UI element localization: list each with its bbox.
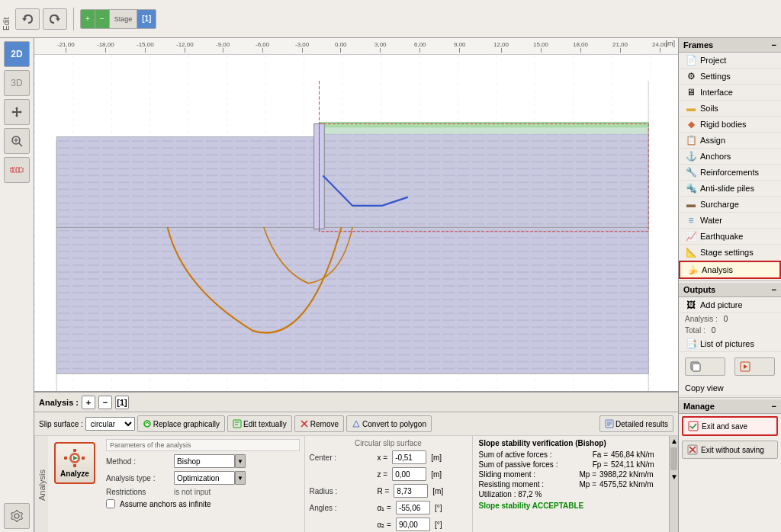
convert-polygon-button[interactable]: Convert to polygon: [346, 415, 432, 432]
view-3d-button[interactable]: 3D: [4, 70, 30, 96]
resisting-num: 4575,52 kNm/m: [599, 480, 672, 489]
analysis-type-input[interactable]: Optimization: [174, 471, 235, 485]
sidebar-item-settings[interactable]: ⚙ Settings: [679, 69, 781, 85]
slip-surface-label: Slip surface :: [39, 420, 83, 428]
z-label: z =: [378, 470, 388, 479]
r-input[interactable]: [394, 484, 428, 498]
list-pictures-icon: 📑: [685, 338, 697, 349]
ruler-top: [m] -21,00 -18,00 -15,00 -12,00 -9,00 -6…: [34, 38, 678, 55]
fa-value: Fa =: [593, 450, 608, 459]
method-arrow[interactable]: ▼: [235, 454, 246, 468]
circular-section-title: Circular slip surface: [310, 439, 468, 447]
exit-save-button[interactable]: Exit and save: [682, 416, 778, 436]
analysis-type-select[interactable]: Optimization ▼: [174, 471, 246, 485]
main-svg: [34, 55, 678, 391]
edit-textually-button[interactable]: Edit textually: [227, 415, 292, 432]
sidebar-item-rigid-bodies[interactable]: ◆ Rigid bodies: [679, 117, 781, 133]
assume-anchors-checkbox[interactable]: [106, 499, 115, 508]
stage-num-btn[interactable]: [1]: [137, 10, 156, 28]
method-input[interactable]: Bishop: [174, 454, 235, 468]
redo-button[interactable]: [43, 8, 67, 30]
ruler-tick: 24,00: [652, 41, 667, 53]
restrictions-value: is not input: [174, 488, 211, 496]
undo-button[interactable]: [15, 8, 40, 30]
sidebar-item-anti-slide[interactable]: 🔩 Anti-slide piles: [679, 181, 781, 197]
interface-icon: 🖥: [685, 87, 697, 98]
scroll-thumb[interactable]: [670, 447, 677, 470]
results-area: Slope stability verification (Bishop) Su…: [472, 436, 679, 532]
analysis-label: Analysis :: [39, 398, 79, 407]
x-input[interactable]: [392, 450, 426, 464]
copy-view-btn2[interactable]: [734, 357, 775, 376]
drawing-canvas[interactable]: [34, 55, 678, 391]
sidebar-item-project[interactable]: 📄 Project: [679, 53, 781, 69]
manage-minimize-btn[interactable]: −: [772, 402, 776, 411]
alpha1-unit: [°]: [435, 504, 442, 512]
r-label: R =: [378, 487, 390, 495]
svg-rect-41: [82, 457, 85, 460]
outputs-minimize-btn[interactable]: −: [772, 285, 776, 294]
remove-analysis-button[interactable]: −: [98, 396, 112, 409]
ruler-tick: -9,00: [216, 41, 230, 53]
ruler-tick: -18,00: [97, 41, 114, 53]
sidebar-item-anchors[interactable]: ⚓ Anchors: [679, 149, 781, 165]
slip-surface-select[interactable]: circular: [85, 417, 135, 431]
fa-num: 456,84 kN/m: [611, 450, 672, 459]
detailed-results-button[interactable]: Detailed results: [599, 415, 673, 432]
stage-minus-btn[interactable]: −: [95, 10, 110, 28]
alpha1-input[interactable]: [396, 501, 430, 514]
sidebar-item-surcharge[interactable]: ▬ Surcharge: [679, 197, 781, 213]
project-icon: 📄: [685, 55, 697, 66]
add-picture-item[interactable]: 🖼 Add picture: [679, 297, 781, 313]
analysis-count-row: Analysis : 0: [679, 313, 781, 325]
top-toolbar: Edit + − Stage [1]: [0, 0, 781, 38]
sidebar-item-earthquake[interactable]: 📈 Earthquake: [679, 229, 781, 245]
sidebar-item-reinforcements[interactable]: 🔧 Reinforcements: [679, 165, 781, 181]
sidebar-item-analysis[interactable]: 🍌 Analysis: [679, 261, 781, 279]
sidebar-item-water[interactable]: ≡ Water: [679, 213, 781, 229]
ruler-tick: 21,00: [612, 41, 628, 53]
main-layout: 2D 3D: [0, 38, 781, 532]
frames-minimize-btn[interactable]: −: [772, 40, 776, 50]
sidebar-item-interface[interactable]: 🖥 Interface: [679, 85, 781, 101]
results-scrollbar[interactable]: ▲ ▼: [669, 436, 678, 532]
frames-header: Frames −: [679, 38, 781, 53]
ruler-tick: -6,00: [256, 41, 269, 53]
view-2d-button[interactable]: 2D: [4, 41, 30, 67]
replace-graphically-button[interactable]: Replace graphically: [137, 415, 225, 432]
sidebar-item-soils[interactable]: ▬ Soils: [679, 101, 781, 117]
list-pictures-item[interactable]: 📑 List of pictures: [679, 336, 781, 352]
sidebar-item-stage-settings[interactable]: 📐 Stage settings: [679, 245, 781, 261]
method-select[interactable]: Bishop ▼: [174, 454, 246, 468]
scroll-down-arrow[interactable]: ▼: [670, 472, 678, 482]
analysis-type-arrow[interactable]: ▼: [235, 471, 246, 485]
zoom-tool-button[interactable]: [4, 128, 30, 154]
svg-rect-19: [319, 122, 648, 127]
ruler-tick: -21,00: [57, 41, 75, 53]
add-analysis-button[interactable]: +: [82, 396, 95, 409]
sidebar-item-assign[interactable]: 📋 Assign: [679, 133, 781, 149]
analysis-num-button[interactable]: [1]: [115, 396, 129, 409]
params-section-title: Parameters of the analysis: [106, 439, 300, 451]
exit-nosave-button[interactable]: Exit without saving: [682, 441, 778, 459]
scroll-up-arrow[interactable]: ▲: [670, 436, 678, 446]
copy-view-btn1[interactable]: [685, 357, 725, 376]
svg-rect-47: [689, 421, 698, 431]
ruler-tick: 15,00: [533, 41, 548, 53]
alpha2-unit: [°]: [435, 521, 442, 529]
remove-button[interactable]: Remove: [294, 415, 344, 432]
measure-tool-button[interactable]: [4, 157, 30, 183]
stage-plus-btn[interactable]: +: [81, 10, 95, 28]
settings-tool-button[interactable]: [4, 503, 30, 529]
move-tool-button[interactable]: [4, 99, 30, 125]
canvas-area[interactable]: [m] -21,00 -18,00 -15,00 -12,00 -9,00 -6…: [34, 38, 678, 391]
acceptable-text: Slope stability ACCEPTABLE: [479, 502, 673, 510]
analyze-button[interactable]: Analyze: [54, 442, 95, 484]
slip-surface-dropdown[interactable]: circular: [85, 417, 135, 431]
z-input[interactable]: [392, 467, 426, 481]
alpha1-label: α₁ =: [378, 504, 391, 512]
copy-view-label-item[interactable]: Copy view: [679, 381, 781, 396]
x-label: x =: [378, 453, 388, 462]
sidebar-sep-1: [679, 280, 781, 281]
alpha2-input[interactable]: [396, 518, 430, 531]
